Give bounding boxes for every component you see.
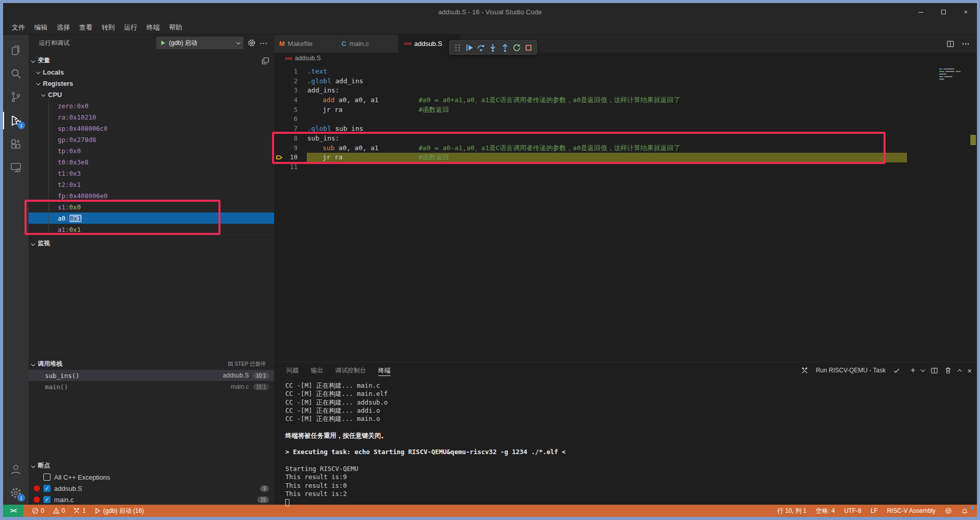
watch-section-header[interactable]: 监视 (29, 237, 274, 249)
activity-run-debug[interactable]: 1 (3, 109, 29, 132)
remote-indicator[interactable]: >< (3, 505, 23, 517)
code-line-9[interactable]: 9sub a0, a0, a1#a0 = a0-a1,a0、a1是C语言调用者传… (274, 144, 977, 153)
register-row-gp[interactable]: gp: 0x278d8 (29, 134, 274, 145)
collapse-all-icon[interactable] (260, 55, 271, 66)
tab-main.c[interactable]: Cmain.c (336, 35, 399, 53)
tree-item-cpu[interactable]: CPU (29, 89, 274, 100)
breakpoint-checkbox[interactable] (43, 474, 51, 481)
code-line-8[interactable]: 8sub_ins: (274, 134, 977, 144)
menu-item-1[interactable]: 编辑 (30, 20, 52, 35)
split-editor-icon[interactable] (946, 40, 954, 48)
bottom-panel: 问题输出调试控制台终端 Run RISCV-QEMU - Task + × CC… (274, 362, 977, 505)
debug-settings-gear-icon[interactable] (246, 37, 257, 49)
code-line-10[interactable]: 10jr ra#函数返回 (274, 153, 977, 162)
variables-section-header[interactable]: 变量 (29, 54, 274, 66)
tree-item-locals[interactable]: Locals (29, 66, 274, 78)
breakpoint-row-2[interactable]: ✓main.c15 (29, 494, 274, 505)
new-terminal-icon[interactable]: + (911, 366, 915, 375)
activity-search[interactable] (3, 62, 29, 85)
register-row-fp[interactable]: fp: 0x408006e0 (29, 190, 274, 201)
register-row-t2[interactable]: t2: 0x1 (29, 179, 274, 190)
panel-tab-调试控制台[interactable]: 调试控制台 (335, 362, 366, 379)
code-line-2[interactable]: 2.globl add_ins (274, 77, 977, 86)
status-feedback[interactable] (940, 507, 957, 514)
more-icon[interactable] (962, 40, 970, 48)
status-right-4[interactable]: RISC-V Assembly (883, 507, 940, 514)
minimize-button[interactable]: ─ (910, 3, 932, 20)
register-row-a1[interactable]: a1: 0x1 (29, 224, 274, 235)
status-right-2[interactable]: UTF-8 (840, 507, 866, 514)
status-bell[interactable] (957, 507, 973, 514)
register-row-a0[interactable]: a0: 0x1 (29, 212, 274, 224)
status-error[interactable]: 0 (32, 507, 44, 515)
activity-source-control[interactable] (3, 85, 29, 109)
code-line-7[interactable]: 7.globl sub_ins (274, 124, 977, 134)
maximize-button[interactable] (932, 3, 954, 20)
continue-button[interactable] (463, 41, 475, 54)
register-row-t1[interactable]: t1: 0x3 (29, 168, 274, 179)
code-line-4[interactable]: 4add a0, a0, a1#a0 = a0+a1,a0、a1是C语言调用者传… (274, 96, 977, 105)
menu-item-5[interactable]: 运行 (119, 20, 142, 35)
register-row-sp[interactable]: sp: 0x408006c0 (29, 123, 274, 134)
activity-account[interactable] (3, 458, 29, 481)
breakpoint-row-0[interactable]: All C++ Exceptions (29, 471, 274, 483)
stack-frame-sub_ins[interactable]: sub_ins()addsub.S10:1 (29, 370, 274, 381)
activity-settings[interactable]: 1 (3, 481, 29, 505)
close-panel-icon[interactable]: × (967, 366, 972, 375)
menu-item-6[interactable]: 终端 (142, 20, 164, 35)
terminal-dropdown-icon[interactable] (921, 368, 925, 372)
code-line-6[interactable]: 6 (274, 114, 977, 124)
menu-item-4[interactable]: 转到 (97, 20, 119, 35)
callstack-section-header[interactable]: 调用堆栈 因 STEP 已暂停 (29, 358, 274, 370)
activity-extensions[interactable] (3, 132, 29, 156)
status-right-0[interactable]: 行 10, 列 1 (773, 507, 811, 515)
stack-frame-main[interactable]: main()main.c15:1 (29, 381, 274, 392)
register-row-zero[interactable]: zero: 0x0 (29, 100, 274, 111)
drag-handle[interactable] (452, 41, 463, 54)
status-warning[interactable]: 0 (53, 507, 65, 515)
register-row-s1[interactable]: s1: 0x0 (29, 201, 274, 212)
activity-remote-explorer[interactable] (3, 156, 29, 179)
code-line-3[interactable]: 3add_ins: (274, 86, 977, 96)
status-debug[interactable]: (gdb) 启动 (16) (94, 507, 144, 515)
close-button[interactable]: × (954, 3, 977, 20)
status-right-3[interactable]: LF (866, 507, 883, 514)
register-row-ra[interactable]: ra: 0x10210 (29, 111, 274, 123)
menu-item-2[interactable]: 选择 (52, 20, 75, 35)
split-terminal-icon[interactable] (930, 367, 938, 374)
launch-config-dropdown[interactable]: (gdb) 启动 (156, 37, 243, 49)
code-line-1[interactable]: 1.text (274, 67, 977, 77)
breakpoint-row-1[interactable]: ✓addsub.S9 (29, 483, 274, 494)
step-out-button[interactable] (499, 41, 511, 54)
terminal-output[interactable]: CC -[M] 正在构建... main.cCC -[M] 正在构建... ma… (285, 382, 967, 505)
panel-tab-问题[interactable]: 问题 (286, 362, 299, 379)
register-row-t0[interactable]: t0: 0x3e8 (29, 156, 274, 168)
start-debug-icon[interactable] (160, 40, 166, 46)
kill-terminal-icon[interactable] (944, 367, 952, 374)
panel-tab-终端[interactable]: 终端 (378, 362, 390, 379)
code-line-5[interactable]: 5jr ra#函数返回 (274, 105, 977, 115)
code-editor[interactable]: 1.text2.globl add_ins3add_ins:4add a0, a… (274, 64, 977, 362)
tab-Makefile[interactable]: MMakefile (274, 35, 336, 53)
step-into-button[interactable] (487, 41, 499, 54)
breakpoint-checkbox[interactable]: ✓ (43, 485, 51, 492)
restart-button[interactable] (511, 41, 523, 54)
menu-item-0[interactable]: 文件 (7, 20, 30, 35)
step-over-button[interactable] (475, 41, 487, 54)
more-actions-icon[interactable]: ··· (258, 37, 270, 49)
code-line-11[interactable]: 11 (274, 162, 977, 172)
status-tools[interactable]: 1 (73, 507, 86, 515)
minimap[interactable] (939, 67, 971, 98)
maximize-panel-icon[interactable] (958, 369, 962, 373)
register-row-tp[interactable]: tp: 0x0 (29, 145, 274, 156)
menu-item-7[interactable]: 帮助 (164, 20, 187, 35)
menu-item-3[interactable]: 查看 (75, 20, 97, 35)
breadcrumb[interactable]: ASM addsub.S (274, 53, 977, 64)
activity-explorer[interactable] (3, 38, 29, 62)
stop-button[interactable] (523, 41, 534, 54)
breakpoint-checkbox[interactable]: ✓ (43, 496, 51, 503)
breakpoints-section-header[interactable]: 断点 (29, 459, 274, 471)
status-right-1[interactable]: 空格: 4 (811, 507, 839, 515)
tree-item-registers[interactable]: Registers (29, 78, 274, 89)
panel-tab-输出[interactable]: 输出 (311, 362, 323, 379)
